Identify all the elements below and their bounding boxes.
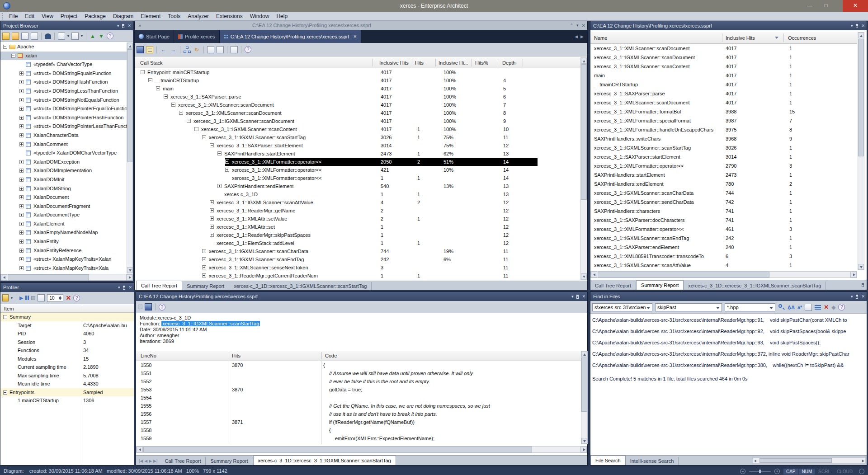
file-filter-select[interactable]: *.hpp — [725, 303, 775, 311]
document-tab-2[interactable]: Profile xerces — [174, 30, 220, 43]
play-icon[interactable]: ▶ — [19, 295, 23, 301]
tab-summary-report[interactable]: Summary Report — [206, 457, 253, 465]
summary-row[interactable]: xercesc_3_1::IGXMLScanner::scanEndTag242… — [590, 234, 857, 243]
pin-icon[interactable] — [856, 295, 858, 299]
call-stack-row[interactable]: xercesc_3_1::IGXMLScanner::scanDocument4… — [135, 117, 580, 125]
chevron-up-icon[interactable]: ⌃ — [570, 21, 574, 30]
help-icon[interactable]: ? — [245, 46, 251, 53]
summary-row[interactable]: xercesc_3_1::IGXMLScanner::scanStartTag3… — [590, 143, 857, 152]
call-stack-row[interactable]: xercesc_3_1::IGXMLScanner::scanCharData7… — [135, 247, 580, 255]
new-element-icon[interactable] — [31, 33, 38, 40]
code-row[interactable]: 15573871if (!fReaderMgr.getName(fQNameBu… — [136, 418, 581, 426]
tree-item[interactable]: XalanDOMString — [0, 184, 127, 193]
code-vscrollbar[interactable] — [581, 351, 588, 444]
expand-expander-icon[interactable] — [19, 249, 24, 253]
report-icon[interactable] — [38, 294, 45, 301]
document-tab-3[interactable]: C:\EA 12 Change History\Profiling xerces… — [220, 30, 361, 43]
document-tab-1[interactable]: Start Page — [135, 30, 174, 43]
profiler-row[interactable]: Max sampling time5.7008 — [0, 372, 134, 380]
menu-item-edit[interactable]: Edit — [21, 12, 38, 21]
expand-expander-icon[interactable] — [225, 160, 229, 164]
tree-item[interactable]: «struct» DOMStringEqualsFunction — [0, 69, 127, 78]
doc-next-icon[interactable]: ▶ — [580, 34, 584, 39]
back-icon[interactable]: ← — [160, 46, 167, 53]
code-row[interactable]: 1552// ever be false if this is the root… — [136, 377, 581, 386]
tree-item[interactable]: XalanDocumentType — [0, 211, 127, 220]
search-term-select[interactable]: skipPast — [655, 303, 722, 311]
tree-item[interactable]: XalanDOMException — [0, 158, 127, 167]
call-stack-row[interactable]: xercesc_3_1::IGXMLScanner::scanEndTag242… — [135, 255, 580, 263]
chevrons-icon[interactable]: » — [138, 21, 141, 30]
summary-row[interactable]: SAXPrintHandlers::endElement7802 — [590, 179, 857, 188]
help-icon[interactable]: ? — [159, 304, 165, 310]
menu-item-extensions[interactable]: Extensions — [212, 12, 246, 21]
summary-row[interactable]: __tmainCRTStartup40171 — [590, 80, 857, 89]
menu-item-diagram[interactable]: Diagram — [109, 12, 137, 21]
column-hits[interactable]: Hits — [415, 57, 424, 68]
call-stack-row[interactable]: xercesc_3_1::XMLFormatter::operator<<205… — [135, 158, 580, 166]
summary-row[interactable]: main40171 — [590, 71, 857, 80]
tab-close-icon[interactable]: ✕ — [354, 34, 357, 39]
expand-expander-icon[interactable] — [19, 71, 24, 75]
tree-item[interactable]: XalanComment — [0, 140, 127, 149]
maximize-button[interactable]: □ — [818, 0, 834, 12]
code-row[interactable]: 1554 — [136, 394, 581, 402]
match-case-icon[interactable]: A̭A — [788, 305, 795, 310]
summary-row[interactable]: xercesc_3_1::SAXParser::parse40171 — [590, 89, 857, 98]
help-icon[interactable]: ? — [838, 304, 845, 310]
new-package-icon[interactable] — [12, 33, 19, 40]
menu-item-analyzer[interactable]: Analyzer — [184, 12, 212, 21]
new-profile-icon[interactable] — [2, 294, 9, 301]
summary-row[interactable]: xercesc_3_1::SAXParser::startElement3014… — [590, 152, 857, 161]
find-hscrollbar[interactable] — [753, 457, 866, 464]
menu-item-package[interactable]: Package — [81, 12, 109, 21]
profiler-row[interactable]: EntrypointsSampled — [0, 388, 134, 397]
summary-row[interactable]: SAXPrintHandlers::characters7411 — [590, 207, 857, 216]
expand-expander-icon[interactable] — [19, 169, 24, 173]
collapse-expander-icon[interactable] — [179, 111, 183, 115]
call-stack-row[interactable]: xercesc_3_1::ElemStack::addLevel1112 — [135, 239, 580, 247]
column-depth[interactable]: Depth — [502, 57, 515, 68]
function-name-selected[interactable]: xercesc_3_1::IGXMLScanner::scanStartTag — [161, 321, 260, 326]
tree-item[interactable]: xalan — [0, 52, 127, 61]
menu-item-help[interactable]: Help — [273, 12, 291, 21]
prev-tab-icon[interactable]: ◀ — [144, 459, 147, 463]
zoom-in-icon[interactable]: + — [774, 469, 780, 474]
chevron-down-icon[interactable]: ▾ — [571, 295, 574, 299]
call-stack-row[interactable]: xercesc_3_1::SAXParser::parse4017100%6 — [135, 93, 580, 101]
column-inclusive-hits-pct[interactable]: Inclusive Hi... — [439, 57, 468, 68]
tree-item[interactable]: XalanDocumentFragment — [0, 202, 127, 211]
sample-interval-stepper[interactable]: 10 — [47, 294, 63, 302]
column-hits[interactable]: Hits — [232, 351, 241, 361]
tab-file-search[interactable]: File Search — [590, 456, 626, 465]
find-result-row[interactable]: C:\Apache\xalan-builds\xerces-src-31\src… — [590, 348, 867, 360]
menu-item-project[interactable]: Project — [57, 12, 81, 21]
code-row[interactable]: 1559emitError(XMLErrs::ExpectedElementNa… — [136, 434, 581, 442]
column-inclusive-hits[interactable]: Inclusive Hits — [726, 32, 755, 43]
profiler-row[interactable]: PID4060 — [0, 329, 134, 338]
close-icon[interactable]: ✕ — [861, 24, 865, 28]
stop-icon[interactable] — [31, 296, 35, 300]
tree-item[interactable]: XalanCharacterData — [0, 131, 127, 140]
summary-row[interactable]: xercesc_3_1::XMLScanner::scanDocument401… — [590, 98, 857, 107]
call-stack-row[interactable]: xercesc_3_1::XMLAttr::setValue2112 — [135, 215, 580, 223]
tree-item[interactable]: XalanDOMImplementation — [0, 166, 127, 175]
expand-expander-icon[interactable] — [19, 80, 24, 84]
profiler-row[interactable]: Functions34 — [0, 346, 134, 355]
search-icon[interactable] — [778, 304, 785, 310]
expand-expander-icon[interactable] — [210, 225, 214, 229]
expand-expander-icon[interactable] — [202, 249, 206, 253]
tree-item[interactable]: «struct» DOMStringPointerHashFunction — [0, 113, 127, 122]
column-inclusive-hits[interactable]: Inclusive Hits — [379, 57, 409, 68]
chevron-down-icon[interactable]: ▾ — [851, 295, 853, 299]
collapse-expander-icon[interactable] — [156, 86, 160, 90]
search-path-select[interactable]: s\xerces-src-31\src\xercesc — [592, 303, 652, 311]
tab-call-tree-report[interactable]: Call Tree Report — [590, 282, 636, 290]
zoom-out-icon[interactable]: − — [740, 469, 745, 474]
tree-item[interactable]: Apache — [0, 42, 127, 52]
chevron-down-icon[interactable]: ▾ — [576, 21, 579, 30]
chevron-down-icon[interactable]: ▾ — [117, 24, 119, 28]
tree-item[interactable]: «struct» DOMStringPointerEqualToFunction — [0, 104, 127, 113]
chevron-down-icon[interactable]: ▾ — [118, 286, 120, 290]
collapse-expander-icon[interactable] — [194, 127, 198, 131]
